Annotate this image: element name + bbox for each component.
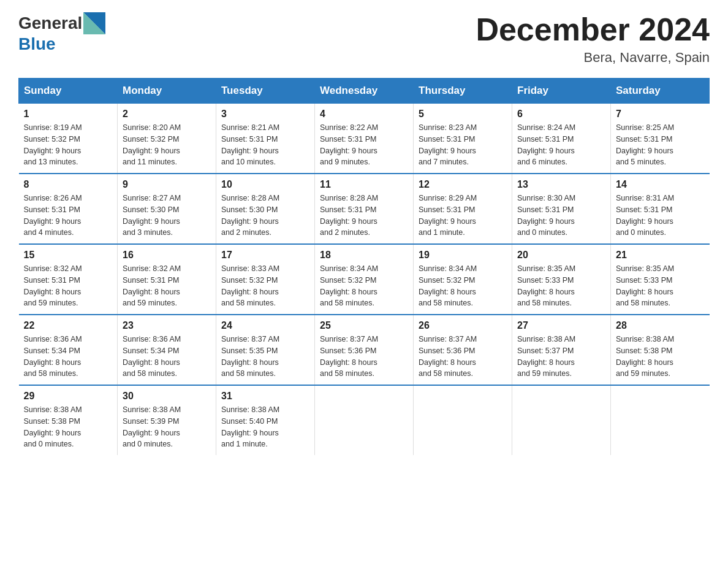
day-info: Sunrise: 8:21 AM Sunset: 5:31 PM Dayligh…: [221, 122, 309, 168]
day-info: Sunrise: 8:30 AM Sunset: 5:31 PM Dayligh…: [517, 193, 605, 239]
day-info: Sunrise: 8:38 AM Sunset: 5:37 PM Dayligh…: [517, 334, 605, 380]
day-cell: 14Sunrise: 8:31 AM Sunset: 5:31 PM Dayli…: [611, 174, 710, 244]
day-info: Sunrise: 8:23 AM Sunset: 5:31 PM Dayligh…: [419, 122, 507, 168]
day-number: 28: [616, 320, 705, 331]
day-cell: 5Sunrise: 8:23 AM Sunset: 5:31 PM Daylig…: [414, 104, 512, 174]
day-cell: 17Sunrise: 8:33 AM Sunset: 5:32 PM Dayli…: [216, 244, 315, 315]
day-cell: 30Sunrise: 8:38 AM Sunset: 5:39 PM Dayli…: [118, 385, 216, 455]
header-sunday: Sunday: [19, 79, 118, 104]
day-number: 25: [320, 320, 408, 331]
week-row-1: 1Sunrise: 8:19 AM Sunset: 5:32 PM Daylig…: [19, 104, 710, 174]
day-cell: 28Sunrise: 8:38 AM Sunset: 5:38 PM Dayli…: [611, 315, 710, 385]
day-cell: 12Sunrise: 8:29 AM Sunset: 5:31 PM Dayli…: [414, 174, 512, 244]
day-info: Sunrise: 8:26 AM Sunset: 5:31 PM Dayligh…: [24, 193, 113, 239]
day-cell: 21Sunrise: 8:35 AM Sunset: 5:33 PM Dayli…: [611, 244, 710, 315]
day-cell: 3Sunrise: 8:21 AM Sunset: 5:31 PM Daylig…: [216, 104, 315, 174]
day-cell: 6Sunrise: 8:24 AM Sunset: 5:31 PM Daylig…: [512, 104, 611, 174]
day-cell: 23Sunrise: 8:36 AM Sunset: 5:34 PM Dayli…: [118, 315, 216, 385]
day-cell: 15Sunrise: 8:32 AM Sunset: 5:31 PM Dayli…: [19, 244, 118, 315]
day-cell: 7Sunrise: 8:25 AM Sunset: 5:31 PM Daylig…: [611, 104, 710, 174]
day-cell: 13Sunrise: 8:30 AM Sunset: 5:31 PM Dayli…: [512, 174, 611, 244]
day-info: Sunrise: 8:25 AM Sunset: 5:31 PM Dayligh…: [616, 122, 705, 168]
calendar-table: SundayMondayTuesdayWednesdayThursdayFrid…: [18, 78, 710, 455]
day-cell: [611, 385, 710, 455]
header-thursday: Thursday: [414, 79, 512, 104]
day-info: Sunrise: 8:37 AM Sunset: 5:36 PM Dayligh…: [419, 334, 507, 380]
day-number: 9: [123, 179, 211, 190]
day-info: Sunrise: 8:29 AM Sunset: 5:31 PM Dayligh…: [419, 193, 507, 239]
week-row-4: 22Sunrise: 8:36 AM Sunset: 5:34 PM Dayli…: [19, 315, 710, 385]
logo: General Blue: [18, 12, 107, 54]
day-cell: [315, 385, 414, 455]
day-cell: 1Sunrise: 8:19 AM Sunset: 5:32 PM Daylig…: [19, 104, 118, 174]
day-info: Sunrise: 8:32 AM Sunset: 5:31 PM Dayligh…: [123, 263, 211, 309]
day-number: 2: [123, 109, 211, 120]
day-info: Sunrise: 8:33 AM Sunset: 5:32 PM Dayligh…: [221, 263, 309, 309]
day-number: 29: [24, 391, 113, 402]
week-row-2: 8Sunrise: 8:26 AM Sunset: 5:31 PM Daylig…: [19, 174, 710, 244]
day-cell: 2Sunrise: 8:20 AM Sunset: 5:32 PM Daylig…: [118, 104, 216, 174]
day-number: 15: [24, 250, 113, 261]
header-wednesday: Wednesday: [315, 79, 414, 104]
day-number: 19: [419, 250, 507, 261]
day-number: 24: [221, 320, 309, 331]
day-info: Sunrise: 8:36 AM Sunset: 5:34 PM Dayligh…: [24, 334, 113, 380]
calendar-header-row: SundayMondayTuesdayWednesdayThursdayFrid…: [19, 79, 710, 104]
day-number: 30: [123, 391, 211, 402]
day-number: 20: [517, 250, 605, 261]
day-number: 21: [616, 250, 705, 261]
day-number: 1: [24, 109, 113, 120]
day-info: Sunrise: 8:34 AM Sunset: 5:32 PM Dayligh…: [419, 263, 507, 309]
day-number: 11: [320, 179, 408, 190]
day-cell: [512, 385, 611, 455]
header-saturday: Saturday: [611, 79, 710, 104]
day-cell: 9Sunrise: 8:27 AM Sunset: 5:30 PM Daylig…: [118, 174, 216, 244]
day-cell: 10Sunrise: 8:28 AM Sunset: 5:30 PM Dayli…: [216, 174, 315, 244]
day-info: Sunrise: 8:37 AM Sunset: 5:35 PM Dayligh…: [221, 334, 309, 380]
day-cell: 27Sunrise: 8:38 AM Sunset: 5:37 PM Dayli…: [512, 315, 611, 385]
logo-general-text: General: [18, 13, 82, 33]
location-title: Bera, Navarre, Spain: [476, 50, 710, 66]
day-number: 12: [419, 179, 507, 190]
day-cell: 22Sunrise: 8:36 AM Sunset: 5:34 PM Dayli…: [19, 315, 118, 385]
day-cell: 25Sunrise: 8:37 AM Sunset: 5:36 PM Dayli…: [315, 315, 414, 385]
day-number: 6: [517, 109, 605, 120]
day-number: 13: [517, 179, 605, 190]
day-number: 17: [221, 250, 309, 261]
day-info: Sunrise: 8:37 AM Sunset: 5:36 PM Dayligh…: [320, 334, 408, 380]
day-info: Sunrise: 8:28 AM Sunset: 5:31 PM Dayligh…: [320, 193, 408, 239]
day-info: Sunrise: 8:38 AM Sunset: 5:38 PM Dayligh…: [616, 334, 705, 380]
day-number: 5: [419, 109, 507, 120]
day-info: Sunrise: 8:35 AM Sunset: 5:33 PM Dayligh…: [517, 263, 605, 309]
day-number: 31: [221, 391, 309, 402]
day-info: Sunrise: 8:22 AM Sunset: 5:31 PM Dayligh…: [320, 122, 408, 168]
week-row-3: 15Sunrise: 8:32 AM Sunset: 5:31 PM Dayli…: [19, 244, 710, 315]
day-cell: 31Sunrise: 8:38 AM Sunset: 5:40 PM Dayli…: [216, 385, 315, 455]
day-number: 10: [221, 179, 309, 190]
day-info: Sunrise: 8:24 AM Sunset: 5:31 PM Dayligh…: [517, 122, 605, 168]
day-cell: 11Sunrise: 8:28 AM Sunset: 5:31 PM Dayli…: [315, 174, 414, 244]
day-info: Sunrise: 8:20 AM Sunset: 5:32 PM Dayligh…: [123, 122, 211, 168]
month-title: December 2024: [476, 12, 710, 47]
day-cell: 26Sunrise: 8:37 AM Sunset: 5:36 PM Dayli…: [414, 315, 512, 385]
header-monday: Monday: [118, 79, 216, 104]
logo-triangle-icon: [83, 12, 105, 34]
day-info: Sunrise: 8:38 AM Sunset: 5:38 PM Dayligh…: [24, 404, 113, 450]
day-cell: 29Sunrise: 8:38 AM Sunset: 5:38 PM Dayli…: [19, 385, 118, 455]
day-number: 26: [419, 320, 507, 331]
week-row-5: 29Sunrise: 8:38 AM Sunset: 5:38 PM Dayli…: [19, 385, 710, 455]
day-number: 3: [221, 109, 309, 120]
day-cell: 16Sunrise: 8:32 AM Sunset: 5:31 PM Dayli…: [118, 244, 216, 315]
day-info: Sunrise: 8:38 AM Sunset: 5:39 PM Dayligh…: [123, 404, 211, 450]
day-info: Sunrise: 8:28 AM Sunset: 5:30 PM Dayligh…: [221, 193, 309, 239]
day-info: Sunrise: 8:31 AM Sunset: 5:31 PM Dayligh…: [616, 193, 705, 239]
day-number: 22: [24, 320, 113, 331]
day-info: Sunrise: 8:19 AM Sunset: 5:32 PM Dayligh…: [24, 122, 113, 168]
day-number: 27: [517, 320, 605, 331]
day-info: Sunrise: 8:32 AM Sunset: 5:31 PM Dayligh…: [24, 263, 113, 309]
day-number: 23: [123, 320, 211, 331]
day-cell: 8Sunrise: 8:26 AM Sunset: 5:31 PM Daylig…: [19, 174, 118, 244]
day-cell: 20Sunrise: 8:35 AM Sunset: 5:33 PM Dayli…: [512, 244, 611, 315]
day-cell: [414, 385, 512, 455]
day-info: Sunrise: 8:34 AM Sunset: 5:32 PM Dayligh…: [320, 263, 408, 309]
